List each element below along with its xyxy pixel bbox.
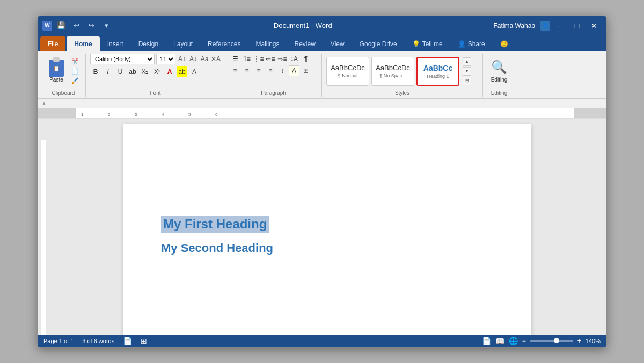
pages-icon[interactable]: ⊞ (141, 337, 147, 345)
zoom-out-btn[interactable]: − (522, 337, 526, 345)
tab-share[interactable]: 👤 Share (450, 36, 493, 51)
underline-btn[interactable]: U (115, 66, 126, 77)
window-title: Document1 - Word (112, 21, 493, 29)
word-window: W 💾 ↩ ↪ ▾ Document1 - Word Fatima Wahab … (38, 16, 606, 348)
cut-btn[interactable]: ✂️ (69, 57, 81, 66)
font-size-select[interactable]: 11 (156, 54, 175, 64)
view-normal-icon[interactable]: 📄 (482, 337, 491, 345)
redo-btn[interactable]: ↪ (85, 20, 97, 32)
no-space-preview: AaBbCcDc (376, 64, 410, 72)
clipboard-content: 📋 Paste ✂️ 📄 🖌️ (46, 54, 81, 89)
align-center-btn[interactable]: ≡ (241, 65, 252, 76)
highlight-btn[interactable]: ab (177, 66, 187, 77)
search-large-icon: 🔍 (491, 60, 507, 75)
bullets-btn[interactable]: ☰ (230, 54, 240, 64)
view-web-icon[interactable]: 🌐 (509, 337, 518, 345)
tab-google-drive[interactable]: Google Drive (352, 36, 405, 51)
tab-home[interactable]: Home (67, 36, 99, 51)
font-label: Font (90, 90, 221, 97)
user-icon: 👤 (540, 21, 550, 31)
justify-btn[interactable]: ≡ (265, 65, 276, 76)
zoom-in-btn[interactable]: + (577, 337, 581, 345)
tab-review[interactable]: Review (287, 36, 323, 51)
subscript-btn[interactable]: X₂ (140, 66, 150, 77)
editing-label: Editing (491, 77, 508, 83)
italic-btn[interactable]: I (103, 66, 113, 77)
font-shading-btn[interactable]: A (189, 66, 200, 77)
tab-references[interactable]: References (200, 36, 248, 51)
zoom-level: 140% (586, 338, 601, 344)
superscript-btn[interactable]: X² (152, 66, 163, 77)
copy-btn[interactable]: 📄 (69, 67, 81, 76)
font-name-select[interactable]: Calibri (Body) (90, 54, 155, 64)
minimize-btn[interactable]: ─ (552, 19, 567, 32)
ruler-left-margin (38, 108, 76, 118)
tab-mailings[interactable]: Mailings (248, 36, 287, 51)
styles-scroll-down[interactable]: ▼ (463, 67, 471, 76)
page-area: My First Heading My Second Heading (49, 119, 606, 335)
bold-btn[interactable]: B (90, 66, 101, 77)
save-quick-btn[interactable]: 💾 (55, 20, 67, 32)
page-top-space (161, 151, 494, 216)
editing-group: 🔍 Editing Editing (483, 54, 515, 97)
tab-tell-me[interactable]: 💡 Tell me (405, 36, 450, 51)
undo-btn[interactable]: ↩ (70, 20, 82, 32)
style-heading1[interactable]: AaBbCc Heading 1 (416, 57, 459, 86)
customize-btn[interactable]: ▾ (100, 20, 112, 32)
font-shrink-btn[interactable]: A↓ (188, 54, 198, 64)
strikethrough-btn[interactable]: ab (127, 66, 138, 77)
styles-label: Styles (326, 90, 478, 97)
view-reading-icon[interactable]: 📖 (495, 337, 504, 345)
show-para-btn[interactable]: ¶ (301, 54, 311, 64)
font-color-btn[interactable]: A (164, 66, 175, 77)
align-left-btn[interactable]: ≡ (230, 65, 240, 76)
tab-view[interactable]: View (323, 36, 352, 51)
multilevel-btn[interactable]: ⋮≡ (253, 54, 264, 64)
first-heading[interactable]: My First Heading (161, 216, 269, 233)
horizontal-ruler: 1 2 3 4 5 6 (38, 108, 606, 119)
tab-file[interactable]: File (40, 36, 65, 51)
format-painter-btn[interactable]: 🖌️ (69, 77, 81, 85)
document-page[interactable]: My First Heading My Second Heading (123, 124, 531, 335)
clear-format-btn[interactable]: ✕A (211, 54, 221, 64)
proofing-icon[interactable]: 📄 (123, 337, 132, 345)
styles-scroll-up[interactable]: ▲ (463, 57, 471, 66)
style-normal[interactable]: AaBbCcDc ¶ Normal (326, 57, 369, 86)
tab-insert[interactable]: Insert (100, 36, 131, 51)
font-format-row: B I U ab X₂ X² A ab A (90, 66, 200, 77)
paste-button[interactable]: 📋 Paste (46, 58, 67, 85)
tab-design[interactable]: Design (131, 36, 166, 51)
ruler-right-margin (574, 108, 606, 118)
lightbulb-icon: 💡 (412, 40, 420, 48)
svg-text:4: 4 (162, 112, 164, 117)
editing-button[interactable]: 🔍 Editing (487, 57, 511, 86)
title-bar-left: W 💾 ↩ ↪ ▾ (42, 20, 112, 32)
decrease-indent-btn[interactable]: ⇐≡ (265, 54, 276, 64)
numbering-btn[interactable]: 1≡ (241, 54, 252, 64)
heading-preview: AaBbCc (423, 64, 452, 72)
change-case-btn[interactable]: Aa (200, 54, 209, 64)
emoji-btn[interactable]: 🙂 (493, 36, 516, 51)
editing-group-label: Editing (487, 90, 511, 97)
close-btn[interactable]: ✕ (587, 19, 602, 32)
style-no-space[interactable]: AaBbCcDc ¶ No Spac... (371, 57, 414, 86)
font-grow-btn[interactable]: A↑ (177, 54, 187, 64)
tab-layout[interactable]: Layout (166, 36, 200, 51)
ribbon: 📋 Paste ✂️ 📄 🖌️ Clipboard Calibri (Body) (38, 51, 606, 99)
shading-btn[interactable]: A (289, 65, 299, 76)
second-heading[interactable]: My Second Heading (161, 241, 494, 255)
align-right-btn[interactable]: ≡ (253, 65, 264, 76)
styles-more[interactable]: ⊞ (463, 77, 471, 85)
paragraph-label: Paragraph (230, 90, 317, 97)
styles-group: AaBbCcDc ¶ Normal AaBbCcDc ¶ No Spac... … (322, 54, 483, 97)
line-spacing-btn[interactable]: ↕ (277, 65, 288, 76)
maximize-btn[interactable]: □ (569, 19, 584, 32)
zoom-slider[interactable] (530, 340, 573, 342)
borders-btn[interactable]: ⊞ (301, 65, 311, 76)
ribbon-bottom-bar: ▲ (38, 99, 606, 108)
page-content[interactable]: My First Heading My Second Heading (161, 151, 494, 335)
normal-preview: AaBbCcDc (331, 64, 365, 72)
sort-btn[interactable]: ↕A (289, 54, 299, 64)
increase-indent-btn[interactable]: ⇒≡ (277, 54, 288, 64)
status-bar: Page 1 of 1 3 of 6 words 📄 ⊞ 📄 📖 🌐 − + 1… (38, 335, 606, 347)
